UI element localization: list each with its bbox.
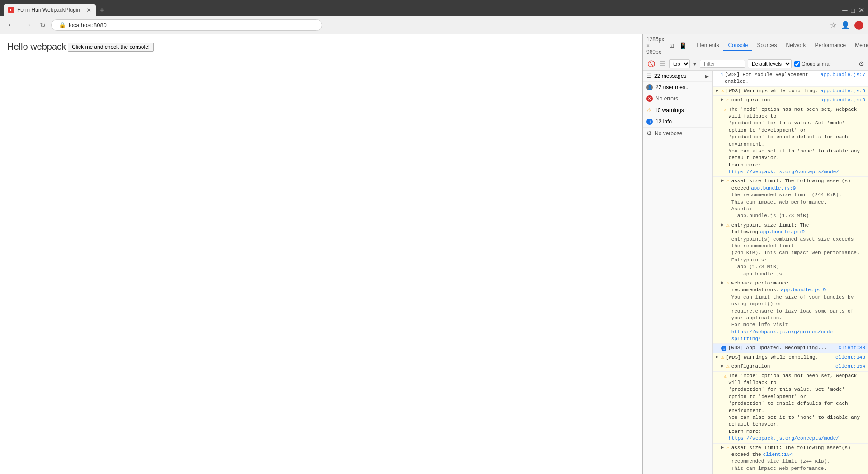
sidebar-item-warnings[interactable]: ⚠ 10 warnings [643,104,712,116]
msg-expand-icon[interactable]: ▶ [721,222,725,228]
devtools-tabs: Elements Console Sources Network Perform… [692,40,868,51]
tab-elements[interactable]: Elements [692,40,723,51]
warning-icon: ⚠ [646,107,652,114]
msg-source[interactable]: client:148 [829,354,865,361]
msg-source[interactable]: client:80 [829,345,865,351]
click-me-button[interactable]: Click me and check the console! [68,43,154,52]
profile-icon[interactable]: 👤 [841,21,850,29]
main-content: Hello webpack Click me and check the con… [0,34,642,474]
msg-source[interactable]: app.bundle.js:7 [821,71,865,78]
msg-text: [WDS] Warnings while compiling. [726,88,821,95]
sidebar-item-user-messages[interactable]: 👤 22 user mes... [643,82,712,93]
msg-webpack-perf-1: ▶ ⚠ webpack performance recommendations:… [713,279,868,344]
dimensions-text: 1285px × 969px [646,36,664,55]
user-icon: 👤 [646,84,653,90]
bookmark-icon[interactable]: ☆ [830,21,836,29]
msg-text: [WDS] Hot Module Replacement enabled. [725,71,821,85]
level-select[interactable]: Default levels Verbose Info Warnings Err… [748,59,792,68]
console-toolbar: 🚫 ☰ top ▼ Default levels Verbose Info Wa… [643,57,868,71]
browser-window: F Form HtmlWebpackPlugin ✕ + ─ □ ✕ ← → ↻… [0,0,868,474]
msg-text-block: The 'mode' option has not been set, webp… [729,373,865,442]
tab-memory[interactable]: Memory [850,40,868,51]
msg-entrypoint-1: ▶ ⚠ entrypoint size limit: The following… [713,221,868,279]
lock-icon: 🔒 [59,22,66,28]
address-text: localhost:8080 [69,22,107,28]
msg-expand-icon[interactable]: ▶ [721,445,725,451]
info-label: 12 info [656,118,672,125]
chrome-menu-icon[interactable]: ⋮ [854,21,863,30]
info-icon: ℹ [646,118,653,125]
msg-source[interactable]: app.bundle.js:9 [821,88,865,95]
expand-icon: ▶ [705,74,709,79]
msg-source[interactable]: app.bundle.js:9 [821,97,865,104]
address-bar-container[interactable]: 🔒 localhost:8080 [51,19,322,31]
inspect-element-button[interactable]: ⊡ [668,40,676,51]
msg-text-block: The 'mode' option has not been set, webp… [729,106,865,176]
sidebar-item-verbose[interactable]: ⚙ No verbose [643,128,712,139]
msg-asset-size-2: ▶ ⚠ asset size limit: The following asse… [713,444,868,474]
console-messages-area[interactable]: ▶ ℹ [WDS] Hot Module Replacement enabled… [713,71,868,474]
errors-label: No errors [656,95,678,102]
info-badge: ℹ [721,71,723,78]
info-circle-badge: ℹ [721,346,726,351]
back-button[interactable]: ← [5,19,18,31]
tab-bar: F Form HtmlWebpackPlugin ✕ + ─ □ ✕ [0,0,868,16]
tab-console[interactable]: Console [723,40,752,51]
warn-badge: ⚠ [726,222,730,229]
filter-input[interactable] [700,60,745,68]
msg-text: configuration [731,363,829,370]
msg-expand-icon[interactable]: ▶ [716,354,719,360]
warn-badge: ⚠ [726,363,730,370]
msg-expand-icon: ▶ [716,71,719,78]
msg-configuration-1: ▶ ⚠ configuration app.bundle.js:9 [713,96,868,105]
msg-source[interactable]: client:154 [829,363,865,370]
sidebar-item-errors[interactable]: ✕ No errors [643,93,712,104]
warn-badge: ⚠ [726,97,730,104]
warn-badge: ⚠ [724,373,727,380]
context-select[interactable]: top [669,59,690,68]
active-tab[interactable]: F Form HtmlWebpackPlugin ✕ [4,4,96,16]
msg-expand-icon[interactable]: ▶ [721,97,725,103]
user-messages-label: 22 user mes... [656,84,690,90]
msg-expand-icon[interactable]: ▶ [721,363,725,370]
warn-badge: ⚠ [721,88,724,95]
restore-button[interactable]: □ [851,7,855,14]
warn-badge: ⚠ [724,107,727,114]
context-arrow-icon: ▼ [693,62,697,66]
reload-button[interactable]: ↻ [37,20,48,30]
tab-performance[interactable]: Performance [810,40,850,51]
page-layout: Hello webpack Click me and check the con… [0,34,868,474]
window-controls: ─ □ ✕ [842,6,864,16]
group-similar-label[interactable]: Group similar [794,61,831,67]
warn-badge: ⚠ [726,445,730,451]
tab-close-icon[interactable]: ✕ [86,7,91,14]
msg-configuration-2: ▶ ⚠ configuration client:154 [713,362,868,371]
forward-button[interactable]: → [21,19,34,31]
minimize-button[interactable]: ─ [842,6,847,14]
msg-wds-app-updated: ℹ [WDS] App updated. Recompiling... clie… [713,344,868,353]
msg-expand-icon[interactable]: ▶ [721,178,725,184]
verbose-icon: ⚙ [646,130,652,137]
msg-text: [WDS] Warnings while compiling. [726,354,829,361]
close-button[interactable]: ✕ [859,6,864,14]
filter-toggle-button[interactable]: ☰ [659,59,666,68]
msg-wds-hmr: ▶ ℹ [WDS] Hot Module Replacement enabled… [713,71,868,87]
sidebar-item-all-messages[interactable]: ☰ 22 messages ▶ [643,71,712,82]
nav-right-icons: ☆ 👤 ⋮ [830,21,863,30]
msg-expand-icon[interactable]: ▶ [721,280,725,286]
device-toolbar-button[interactable]: 📱 [678,40,688,51]
clear-console-button[interactable]: 🚫 [646,59,656,68]
msg-text-block: asset size limit: The following asset(s)… [731,178,865,219]
msg-expand-icon[interactable]: ▶ [716,88,719,94]
tab-sources[interactable]: Sources [752,40,781,51]
console-settings-button[interactable]: ⚙ [859,60,864,67]
group-similar-checkbox[interactable] [794,61,800,67]
nav-bar: ← → ↻ 🔒 localhost:8080 ☆ 👤 ⋮ [0,16,868,34]
msg-text: configuration [731,97,821,104]
new-tab-button[interactable]: + [98,6,106,15]
tab-network[interactable]: Network [781,40,810,51]
sidebar-item-info[interactable]: ℹ 12 info [643,116,712,128]
devtools-panel: 1285px × 969px ⊡ 📱 Elements Console Sour… [642,34,868,474]
console-sidebar: ☰ 22 messages ▶ 👤 22 user mes... ✕ No er… [643,71,713,474]
tab-favicon: F [8,7,14,13]
